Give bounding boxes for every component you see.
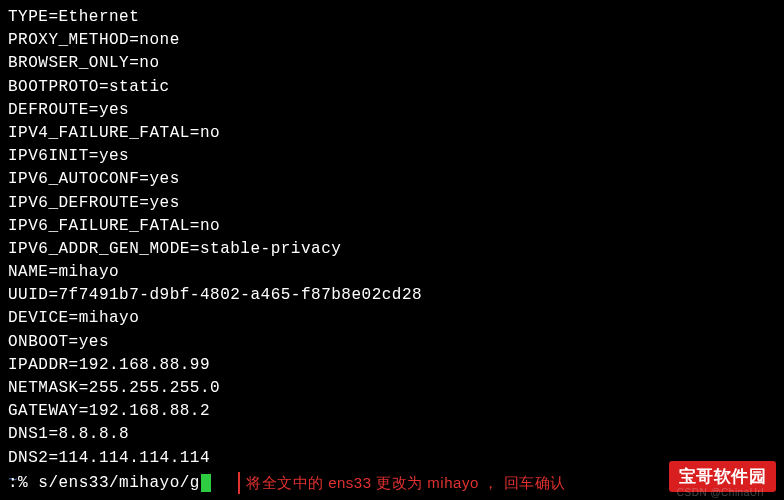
config-line: TYPE=Ethernet: [8, 6, 776, 29]
terminal-output: TYPE=Ethernet PROXY_METHOD=none BROWSER_…: [0, 0, 784, 500]
config-line: PROXY_METHOD=none: [8, 29, 776, 52]
config-line: DNS1=8.8.8.8: [8, 423, 776, 446]
config-line: IPADDR=192.168.88.99: [8, 354, 776, 377]
config-line: BROWSER_ONLY=no: [8, 52, 776, 75]
config-line: DNS2=114.114.114.114: [8, 447, 776, 470]
config-line: IPV6_DEFROUTE=yes: [8, 192, 776, 215]
config-line: GATEWAY=192.168.88.2: [8, 400, 776, 423]
config-line: IPV6INIT=yes: [8, 145, 776, 168]
config-line: IPV6_FAILURE_FATAL=no: [8, 215, 776, 238]
config-line: IPV6_ADDR_GEN_MODE=stable-privacy: [8, 238, 776, 261]
watermark-text: CSDN @ChinaUrl: [677, 487, 764, 498]
config-line: UUID=7f7491b7-d9bf-4802-a465-f87b8e02cd2…: [8, 284, 776, 307]
config-line: ONBOOT=yes: [8, 331, 776, 354]
config-line: IPV4_FAILURE_FATAL=no: [8, 122, 776, 145]
config-line: DEVICE=mihayo: [8, 307, 776, 330]
config-line: NAME=mihayo: [8, 261, 776, 284]
vim-command-line[interactable]: :% s/ens33/mihayo/g: [8, 474, 211, 492]
config-line: BOOTPROTO=static: [8, 76, 776, 99]
config-line: DEFROUTE=yes: [8, 99, 776, 122]
config-line: NETMASK=255.255.255.0: [8, 377, 776, 400]
annotation-text: 将全文中的 ens33 更改为 mihayo ， 回车确认: [238, 472, 566, 494]
cursor-icon: [201, 474, 211, 492]
config-line: IPV6_AUTOCONF=yes: [8, 168, 776, 191]
command-text: :% s/ens33/mihayo/g: [8, 474, 200, 492]
